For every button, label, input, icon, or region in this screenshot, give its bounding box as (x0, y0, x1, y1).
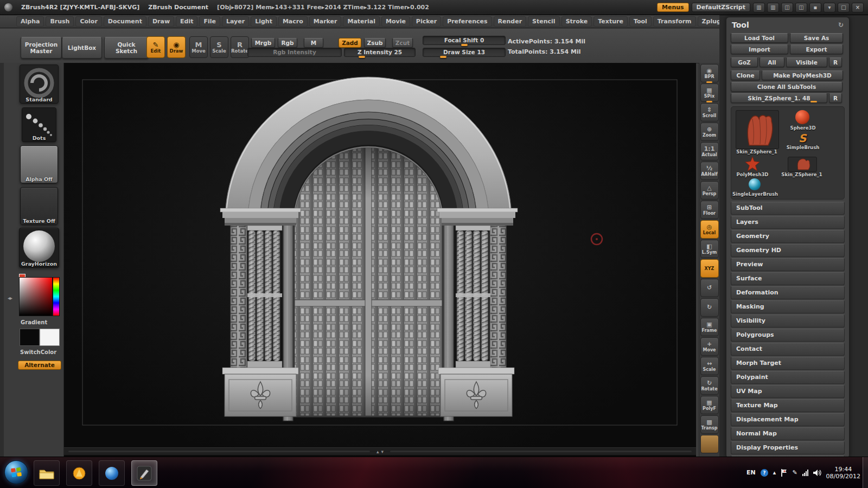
shelf-button-aahalf[interactable]: ½ AAHalf (700, 162, 719, 180)
sphere3d-tool-icon[interactable] (795, 110, 809, 124)
taskbar-app2-button[interactable] (66, 460, 92, 486)
volume-icon[interactable] (813, 469, 821, 477)
tool-r-button[interactable]: R (829, 93, 842, 103)
all-button[interactable]: All (760, 57, 784, 67)
network-icon[interactable] (802, 470, 808, 476)
titlebar-control-doc-pages-right[interactable]: ◫ (795, 3, 807, 12)
titlebar-control-doc-slider-left[interactable]: ▥ (753, 3, 765, 12)
z-intensity-slider[interactable]: Z Intensity 25 (344, 48, 416, 57)
color-picker[interactable] (19, 274, 59, 316)
draw-mode-button[interactable]: ◉ Draw (167, 36, 186, 58)
skin-zsphere-tool-icon[interactable] (788, 157, 817, 172)
secondary-color-swatch[interactable] (40, 329, 60, 346)
scroll-down-icon[interactable]: ▾ (381, 449, 384, 454)
titlebar-control-close[interactable]: × (852, 3, 864, 12)
lightbox-button[interactable]: LightBox (62, 37, 102, 59)
rgb-intensity-slider[interactable]: Rgb Intensity (247, 48, 342, 57)
shelf-button-polyf[interactable]: ▦ PolyF (700, 396, 719, 414)
taskbar-explorer-button[interactable] (34, 460, 60, 486)
clone-button[interactable]: Clone (731, 70, 760, 80)
hue-bar[interactable] (53, 277, 60, 316)
current-stroke-thumb[interactable]: Dots (22, 107, 56, 142)
current-brush-thumb[interactable]: Standard (20, 65, 59, 104)
projection-master-button[interactable]: Projection Master (21, 37, 62, 59)
menu-item[interactable]: Preferences (443, 16, 492, 27)
help-icon[interactable]: ? (761, 469, 768, 477)
focal-shift-slider[interactable]: Focal Shift 0 (423, 36, 506, 45)
tool-section-button[interactable]: Layers (731, 216, 845, 229)
shelf-button-move[interactable]: + Move (700, 337, 719, 356)
defaultzscript-button[interactable]: DefaultZScript (692, 3, 750, 12)
shelf-button-spix[interactable]: ▦ SPix (700, 84, 719, 102)
titlebar-control-restore[interactable]: □ (838, 3, 850, 12)
tool-refresh-icon[interactable]: ↻ (838, 21, 844, 29)
current-tool-button[interactable]: Skin_ZSphere_1. 48 (731, 93, 827, 103)
action-center-flag-icon[interactable] (781, 469, 787, 477)
pen-input-icon[interactable]: ✎ (792, 469, 797, 476)
show-desktop-button[interactable] (863, 457, 868, 488)
shelf-button-persp[interactable]: △ Persp (700, 181, 719, 200)
tool-section-button[interactable]: Polypaint (731, 371, 845, 384)
tool-section-button[interactable]: Polygroups (731, 329, 845, 342)
canvas-scrollbar[interactable]: ▴ ▾ (64, 447, 696, 455)
draw-size-slider[interactable]: Draw Size 13 (423, 48, 506, 57)
slider-handle[interactable] (440, 56, 446, 58)
shelf-button-zoom[interactable]: ⊕ Zoom (700, 123, 719, 141)
goz-r-button[interactable]: R (829, 57, 842, 67)
gradient-label[interactable]: Gradient (21, 319, 47, 325)
move-mode-button[interactable]: M Move (189, 36, 208, 58)
language-indicator[interactable]: EN (746, 469, 756, 476)
shelf-button-floor[interactable]: ⊞ Floor (700, 201, 719, 219)
tray-collapse-handle[interactable]: ◂▸ (8, 295, 12, 301)
current-alpha-thumb[interactable]: Alpha Off (20, 145, 58, 183)
menu-item[interactable]: Brush (46, 16, 74, 27)
menu-item[interactable]: Document (104, 16, 146, 27)
tool-section-button[interactable]: Texture Map (731, 399, 845, 412)
titlebar-control-doc-slider-right[interactable]: ▥ (767, 3, 779, 12)
menu-item[interactable]: Stroke (561, 16, 592, 27)
menu-item[interactable]: Alpha (16, 16, 44, 27)
sculpt-viewport[interactable] (64, 63, 696, 457)
menu-item[interactable]: Draw (148, 16, 174, 27)
alternate-button[interactable]: Alternate (18, 361, 61, 370)
scroll-up-icon[interactable]: ▴ (376, 449, 379, 454)
tool-section-button[interactable]: Normal Map (731, 427, 845, 440)
m-button[interactable]: M (304, 38, 323, 48)
tool-section-button[interactable]: SubTool (731, 202, 845, 215)
shelf-button-rotate[interactable]: ↻ Rotate (700, 376, 719, 395)
zsub-button[interactable]: Zsub (364, 38, 386, 48)
tool-section-button[interactable]: Preview (731, 258, 845, 271)
quick-sketch-button[interactable]: Quick Sketch (104, 37, 149, 59)
saturation-value-box[interactable] (19, 277, 53, 316)
slider-handle[interactable] (461, 44, 468, 46)
menu-item[interactable]: Material (343, 16, 379, 27)
tool-section-button[interactable]: Displacement Map (731, 413, 845, 426)
menu-item[interactable]: Marker (309, 16, 342, 27)
tool-section-button[interactable]: Geometry HD (731, 244, 845, 257)
menu-item[interactable]: Layer (222, 16, 249, 27)
clone-all-subtools-button[interactable]: Clone All SubTools (731, 82, 843, 92)
menu-item[interactable]: Edit (176, 16, 197, 27)
shelf-button-ghost[interactable] (700, 435, 719, 453)
tool-section-button[interactable]: Visibility (731, 314, 845, 328)
edit-mode-button[interactable]: ✎ Edit (146, 36, 165, 58)
load-tool-button[interactable]: Load Tool (731, 33, 788, 43)
menu-item[interactable]: Texture (593, 16, 628, 27)
shelf-button-actual[interactable]: 1:1 Actual (700, 142, 719, 160)
current-material-thumb[interactable]: GrayHorizon (19, 228, 59, 268)
import-button[interactable]: Import (731, 44, 788, 54)
current-texture-thumb[interactable]: Texture Off (20, 187, 58, 225)
polymesh3d-tool-icon[interactable] (745, 157, 760, 171)
shelf-button-local[interactable]: ◎ Local (700, 220, 719, 239)
slider-handle[interactable] (359, 56, 365, 58)
zcut-button[interactable]: Zcut (392, 38, 413, 48)
visible-button[interactable]: Visible (786, 57, 827, 67)
zadd-button[interactable]: Zadd (339, 38, 361, 48)
shelf-button-spin-left[interactable]: ↺ (700, 279, 719, 297)
titlebar-control-doc-pages-left[interactable]: ◫ (781, 3, 793, 12)
start-button[interactable] (4, 460, 28, 484)
rotate-mode-button[interactable]: R Rotate (231, 36, 249, 58)
shelf-button-scale[interactable]: ↔ Scale (700, 357, 719, 375)
tool-section-button[interactable]: Contact (731, 343, 845, 356)
menus-button[interactable]: Menus (657, 3, 689, 12)
